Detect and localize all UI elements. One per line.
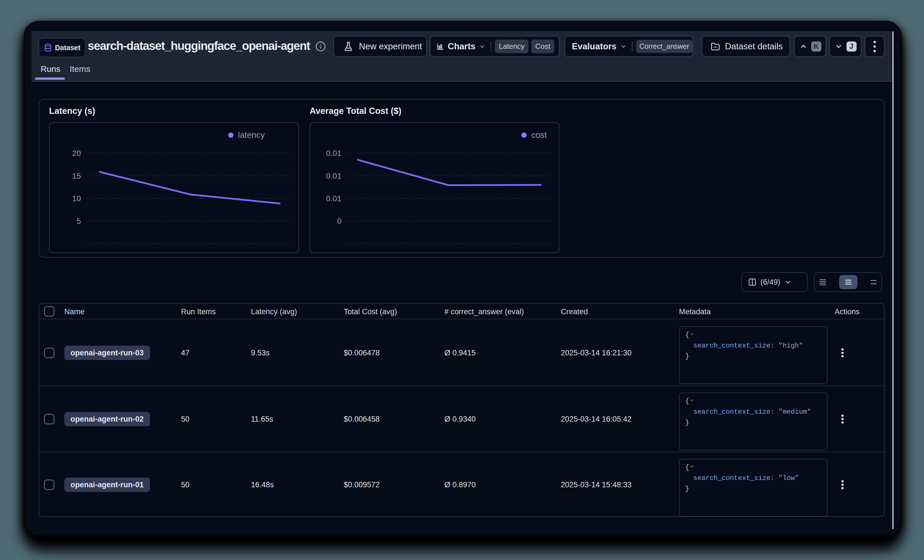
svg-text:0.01: 0.01 bbox=[326, 149, 342, 157]
svg-text:5: 5 bbox=[76, 217, 81, 226]
svg-text:20: 20 bbox=[72, 149, 81, 157]
svg-text:15: 15 bbox=[72, 172, 81, 180]
svg-text:10: 10 bbox=[72, 194, 81, 203]
svg-text:0.01: 0.01 bbox=[326, 194, 342, 203]
svg-text:0.01: 0.01 bbox=[326, 172, 342, 180]
svg-text:0: 0 bbox=[337, 217, 342, 226]
